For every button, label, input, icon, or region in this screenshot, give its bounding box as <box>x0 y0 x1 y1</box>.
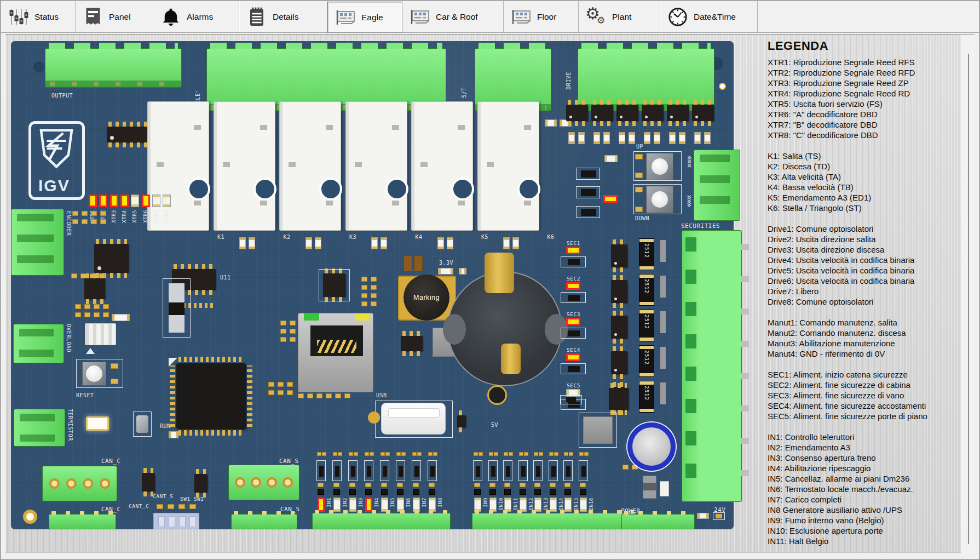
tab-plant[interactable]: ⚙ ⚙ Plant <box>579 1 660 32</box>
resistor <box>568 132 575 144</box>
legend-line: SEC3: Aliment. fine sicurezze di vano <box>768 390 961 401</box>
pad <box>72 219 78 224</box>
tab-panel-label: Panel <box>109 12 136 22</box>
silkscreen-securities: SECURITIES <box>681 222 720 230</box>
pad <box>397 483 403 487</box>
legend-line: XTR3: Riproduzione Segnale Reed ZP <box>768 78 961 88</box>
silkscreen-encoder: ENCODER <box>66 211 72 236</box>
resistor <box>305 237 312 249</box>
pad <box>504 452 508 456</box>
legend-line: K1: Salita (TS) <box>768 151 961 161</box>
pad <box>318 483 324 487</box>
tab-datetime[interactable]: Date&Time <box>660 1 758 32</box>
legend-line: Drive5: Uscita velocità in codifica bina… <box>768 265 961 276</box>
legend-line: Drive4: Uscita velocità in codifica bina… <box>768 255 961 265</box>
pad <box>280 321 286 325</box>
dip-slot <box>169 516 175 527</box>
pad <box>72 211 78 216</box>
pad <box>519 452 523 456</box>
led-SEC1 <box>566 247 580 254</box>
led-XTR8 <box>163 195 171 207</box>
legend-line: XTR8: "C" decodificatore DBD <box>768 130 961 140</box>
notepad-icon <box>246 6 268 28</box>
connector-in9-16 <box>472 513 636 529</box>
led-label-SEC4: SEC4 <box>567 347 580 353</box>
pad <box>489 452 493 456</box>
led-label-SEC3: SEC3 <box>567 311 580 317</box>
silkscreen-cant_s: CANT_S <box>153 493 173 499</box>
led-label-IN1: IN1 <box>326 498 332 507</box>
cap-blue <box>627 422 676 471</box>
tab-eagle[interactable]: Eagle <box>327 2 402 33</box>
tab-alarms[interactable]: Alarms <box>153 1 239 32</box>
sec-gray <box>660 276 666 298</box>
legend-line: K4: Bassa velocità (TB) <box>768 182 961 192</box>
legend-line: SEC2: Aliment. fine sicurezze di cabina <box>768 380 961 390</box>
legend-section-5: IN1: Controllo teleruttoriIN2: Emendamen… <box>768 432 961 546</box>
silkscreen-down: DOWN <box>635 215 649 221</box>
legend-line: Drive3: Uscita direzione discesa <box>768 244 961 255</box>
chip-soic <box>142 473 155 492</box>
chip-soic <box>194 474 207 493</box>
pad <box>564 452 568 456</box>
rj45 <box>298 313 373 392</box>
scrollbar[interactable] <box>968 54 969 544</box>
bottom-gutter <box>5 552 961 555</box>
connector-in1-8 <box>312 513 451 529</box>
pad <box>371 285 377 290</box>
tab-panel[interactable]: Panel <box>76 1 153 32</box>
legend-line: Drive7: Libero <box>768 286 961 296</box>
in-diode <box>365 489 372 495</box>
tab-floor[interactable]: Floor <box>504 1 579 32</box>
in-resistor <box>428 460 437 481</box>
panel-icon <box>82 6 104 28</box>
legend-line: XTR6: "A" decodificatore DBD <box>768 109 961 119</box>
diode-gray <box>643 476 656 499</box>
pad <box>84 312 90 317</box>
resistor <box>447 237 453 249</box>
tab-car-roof-label: Car & Roof <box>436 12 483 22</box>
pad <box>178 504 185 509</box>
pad <box>385 452 390 456</box>
resistor <box>239 237 246 249</box>
led-XTR7 <box>152 195 160 207</box>
tab-details[interactable]: Details <box>239 1 327 32</box>
white-led <box>86 416 109 431</box>
connector-can-c-lower <box>49 514 116 529</box>
securities-pin <box>741 276 749 282</box>
connector-right-small <box>694 150 740 221</box>
legend-line: SEC4: Aliment. fine sicurezze accostamen… <box>768 401 961 411</box>
sec-input <box>561 363 586 374</box>
legend-line: IN11: Halt Belgio <box>768 536 961 546</box>
tab-status[interactable]: Status <box>1 1 76 32</box>
tab-car-roof[interactable]: Car & Roof <box>402 1 504 32</box>
in-diode <box>349 489 356 495</box>
resistor-2512: 2512 <box>639 345 654 377</box>
mcu-pins <box>178 357 244 362</box>
pad <box>412 452 417 456</box>
connector-overload <box>13 324 64 363</box>
pad <box>326 393 332 398</box>
resistor <box>371 237 378 249</box>
chip-u12 <box>107 127 149 142</box>
pad <box>94 304 100 309</box>
legend-section-0: XTR1: Riproduzione Segnale Reed RFSXTR2:… <box>768 57 961 140</box>
pad <box>111 363 118 369</box>
cap-brown <box>414 255 423 272</box>
led-label-IN2: IN2 <box>342 498 348 507</box>
in-diode <box>333 489 340 495</box>
battery-notch <box>443 314 466 345</box>
in-diode <box>474 489 481 495</box>
pad <box>539 452 543 456</box>
legend-line: K5: Emendamento A3 (ED1) <box>768 192 961 203</box>
sec-input <box>561 328 586 339</box>
silkscreen-v33: 3.3V <box>439 260 453 266</box>
chip-small <box>84 278 105 299</box>
connector-can-s <box>228 465 299 500</box>
pad <box>280 329 286 334</box>
legend-line: IN10: Esclusione apertura porte <box>768 525 961 536</box>
in-resistor <box>396 460 405 481</box>
pad <box>189 504 196 509</box>
pad <box>278 382 284 387</box>
resistor-2512: 2512 <box>639 381 654 413</box>
